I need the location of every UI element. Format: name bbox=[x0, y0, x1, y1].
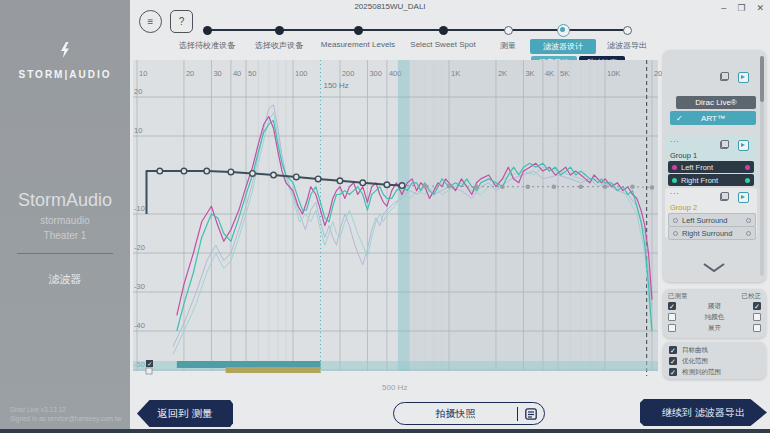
close-button[interactable]: ✕ bbox=[754, 2, 766, 14]
sidebar-divider bbox=[17, 253, 113, 254]
target-extension-point[interactable] bbox=[474, 184, 479, 189]
snapshot-button-label: 拍摄快照 bbox=[394, 407, 517, 421]
minimize-button[interactable]: – bbox=[719, 2, 728, 14]
group-more-button[interactable]: ... bbox=[670, 190, 680, 194]
hamburger-icon: ≡ bbox=[148, 16, 154, 27]
sidebar-page-label: 滤波器 bbox=[0, 272, 130, 287]
toggle-label: 优化范围 bbox=[682, 357, 708, 366]
corrected-checkbox[interactable] bbox=[753, 324, 761, 332]
toggle-row: ✓目标曲线 bbox=[669, 345, 708, 355]
proceed-button-label: 继续到 滤波器导出 bbox=[662, 406, 745, 420]
toggle-checkbox[interactable]: ✓ bbox=[669, 346, 677, 354]
target-control-point[interactable] bbox=[399, 183, 405, 189]
toggle-checkbox[interactable]: ✓ bbox=[669, 357, 677, 365]
step-dot-6[interactable] bbox=[557, 24, 570, 37]
target-control-point[interactable] bbox=[360, 180, 366, 186]
export-target-icon[interactable] bbox=[738, 192, 749, 203]
frequency-response-chart[interactable]: 10203040501002003004001K2K3K4K5K10K20K20… bbox=[130, 60, 662, 400]
freq-tick-label: 1K bbox=[451, 69, 460, 78]
target-extension-point[interactable] bbox=[630, 184, 635, 189]
target-extension-point[interactable] bbox=[423, 184, 428, 189]
theater-name: Theater 1 bbox=[0, 230, 130, 241]
back-button-label: 返回到 测量 bbox=[157, 407, 212, 421]
freq-tick-label: 10K bbox=[607, 69, 620, 78]
window-title: 20250815WU_DALI bbox=[300, 2, 480, 11]
corrected-checkbox[interactable] bbox=[753, 313, 761, 321]
target-extension-point[interactable] bbox=[447, 184, 452, 189]
step-dot-1[interactable] bbox=[203, 26, 212, 35]
step-dot-5[interactable] bbox=[504, 26, 513, 35]
duplicate-icon[interactable] bbox=[720, 192, 729, 201]
art-chip[interactable]: ✓ ART™ bbox=[670, 111, 756, 125]
target-extension-point[interactable] bbox=[500, 184, 505, 189]
signed-in-text: Signed in as service@hanseey.com.tw bbox=[10, 414, 121, 424]
bass-band-olive[interactable] bbox=[226, 367, 321, 373]
db-tick-label: -10 bbox=[134, 204, 145, 213]
chevron-down-icon[interactable] bbox=[701, 262, 727, 273]
target-extension-point[interactable] bbox=[603, 184, 608, 189]
display-option-row: ✓频谱✓ bbox=[663, 302, 766, 312]
step-dot-3[interactable] bbox=[354, 26, 363, 35]
target-control-point[interactable] bbox=[250, 171, 256, 177]
target-control-point[interactable] bbox=[204, 168, 210, 174]
target-control-point[interactable] bbox=[294, 174, 300, 180]
display-option-label: 纯颜色 bbox=[663, 313, 766, 322]
channel-chip-right-surround[interactable]: Right Surround bbox=[668, 226, 756, 240]
help-button[interactable]: ? bbox=[170, 10, 193, 33]
channel-color-dot bbox=[746, 218, 751, 223]
group-name: Group 1 bbox=[670, 151, 697, 160]
freq-tick-label: 100 bbox=[295, 69, 308, 78]
step-dot-2[interactable] bbox=[275, 26, 284, 35]
freq-tick-label: 50 bbox=[248, 69, 256, 78]
scrollbar-thumb[interactable] bbox=[760, 56, 764, 102]
sidebar: STORM|AUDIO StormAudio stormaudio Theate… bbox=[0, 0, 130, 433]
band-handle-box[interactable] bbox=[146, 368, 152, 374]
target-extension-point[interactable] bbox=[579, 184, 584, 189]
step-dot-7[interactable] bbox=[623, 26, 632, 35]
channel-color-dot bbox=[745, 178, 750, 183]
channel-label: Right Front bbox=[681, 176, 718, 185]
product-info: StormAudio stormaudio Theater 1 bbox=[0, 190, 130, 241]
target-extension-point[interactable] bbox=[526, 184, 531, 189]
db-tick-label: -30 bbox=[134, 282, 145, 291]
db-tick-label: 20 bbox=[134, 87, 142, 96]
target-control-point[interactable] bbox=[315, 176, 321, 182]
question-icon: ? bbox=[179, 16, 185, 27]
channel-chip-left-front[interactable]: Left Front bbox=[668, 161, 754, 173]
target-control-point[interactable] bbox=[337, 178, 343, 184]
panel-scrollbar[interactable] bbox=[760, 56, 764, 276]
take-snapshot-button[interactable]: 拍摄快照 bbox=[393, 402, 545, 425]
channel-label: Left Surround bbox=[682, 216, 727, 225]
toggle-label: 目标曲线 bbox=[682, 346, 708, 355]
target-extension-point[interactable] bbox=[552, 184, 557, 189]
export-target-icon[interactable] bbox=[738, 72, 749, 83]
target-extension-point[interactable] bbox=[650, 185, 655, 190]
maximize-button[interactable]: ❐ bbox=[735, 2, 747, 14]
duplicate-icon[interactable] bbox=[720, 140, 729, 149]
brand-name: STORM|AUDIO bbox=[19, 69, 112, 80]
brand-logo: STORM|AUDIO bbox=[0, 42, 130, 82]
target-control-point[interactable] bbox=[181, 168, 187, 174]
step-dot-4[interactable] bbox=[439, 26, 448, 35]
art-label: ART™ bbox=[701, 114, 725, 123]
dirac-live-chip[interactable]: Dirac Live® bbox=[676, 96, 756, 109]
target-control-point[interactable] bbox=[384, 182, 390, 188]
menu-button[interactable]: ≡ bbox=[139, 10, 162, 33]
freq-tick-label: 200 bbox=[342, 69, 355, 78]
corrected-checkbox[interactable]: ✓ bbox=[753, 302, 761, 310]
channel-chip-left-surround[interactable]: Left Surround bbox=[668, 213, 756, 227]
duplicate-icon[interactable] bbox=[720, 72, 729, 81]
target-control-point[interactable] bbox=[228, 169, 234, 175]
export-target-icon[interactable] bbox=[738, 140, 749, 151]
bass-band-teal[interactable] bbox=[177, 361, 321, 368]
snapshot-list-icon[interactable] bbox=[518, 408, 544, 420]
proceed-to-filter-export-button[interactable]: 继续到 滤波器导出 bbox=[640, 399, 767, 426]
target-control-point[interactable] bbox=[271, 172, 277, 178]
toggle-checkbox[interactable]: ✓ bbox=[669, 368, 677, 376]
group-more-button[interactable]: ... bbox=[670, 138, 680, 142]
channel-color-dot bbox=[672, 178, 677, 183]
channel-chip-right-front[interactable]: Right Front bbox=[668, 174, 754, 186]
target-control-point[interactable] bbox=[157, 168, 163, 174]
back-to-measure-button[interactable]: 返回到 测量 bbox=[137, 400, 233, 427]
lightning-bolt-icon bbox=[59, 42, 71, 58]
